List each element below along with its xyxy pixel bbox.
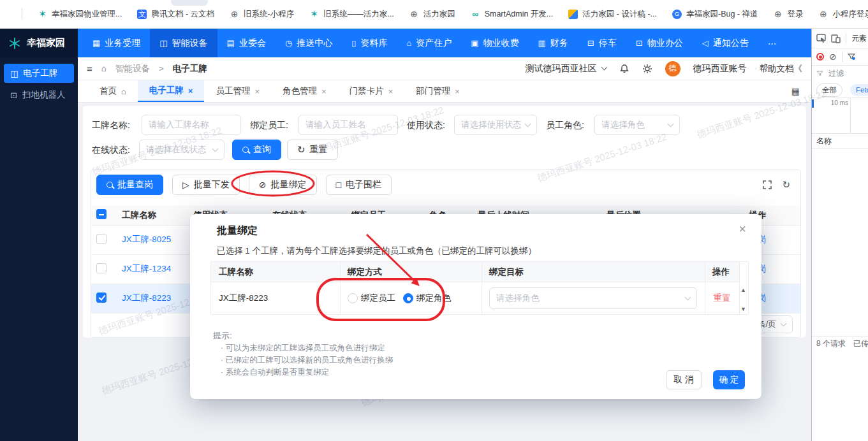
bookmark-item[interactable]: ∞SmartAdmin 开发...: [471, 9, 554, 20]
bind-target-select[interactable]: 请选择角色: [489, 287, 697, 309]
nav-item-assets-residents[interactable]: ⌂资产住户: [397, 29, 461, 57]
nav-item-smart-devices[interactable]: ◫智能设备: [150, 29, 217, 57]
close-icon[interactable]: ×: [455, 87, 460, 96]
nav-item-property-office[interactable]: ⊡物业办公: [626, 29, 693, 57]
refresh-icon[interactable]: ↻: [782, 179, 790, 191]
badge-name-label: 工牌名称:: [92, 115, 130, 135]
tab-home[interactable]: 首页⌂: [88, 80, 138, 102]
bookmark-item[interactable]: G幸福家园-Bug - 禅道: [672, 9, 758, 20]
chip-all[interactable]: 全部: [816, 83, 842, 97]
nav-item-finance[interactable]: ▥财务: [529, 29, 578, 57]
divider: [842, 52, 842, 62]
tabs-grid-icon[interactable]: ▦: [791, 86, 800, 96]
nav-item-business[interactable]: ▦业务受理: [83, 29, 150, 57]
nav-item-library[interactable]: ▯资料库: [342, 29, 397, 57]
account-name[interactable]: 德玛西亚账号: [693, 63, 747, 75]
close-icon[interactable]: ×: [188, 86, 193, 96]
badge-name-link[interactable]: JX工牌-8025: [122, 235, 171, 244]
batch-dispatch-button[interactable]: ▷批量下发: [172, 175, 240, 195]
clock-icon: ◷: [285, 38, 292, 48]
batch-inspect-button[interactable]: 批量查岗: [96, 175, 163, 195]
chip-fetch-xhr[interactable]: Fetch/XHR: [850, 84, 868, 96]
radio-bind-role[interactable]: [403, 293, 413, 303]
bind-col-action: 操作: [705, 262, 739, 282]
tab-e-badge[interactable]: 电子工牌×: [138, 80, 205, 102]
badge-name-link[interactable]: JX工牌-1234: [122, 264, 171, 273]
badge-name-link[interactable]: JX工牌-8223: [122, 293, 171, 303]
bind-employee-input[interactable]: 请输入员工姓名: [298, 115, 398, 135]
globe-favicon-icon: ⊕: [230, 10, 239, 19]
filter-input[interactable]: 过滤: [828, 68, 844, 79]
record-icon[interactable]: [816, 53, 824, 61]
nav-item-push-center[interactable]: ◷推送中心: [276, 29, 342, 57]
radio-label: 绑定员工: [361, 293, 395, 304]
nav-item-parking[interactable]: ⊟停车: [578, 29, 626, 57]
bookmark-item[interactable]: 活力家园 - 设计稿 -...: [568, 9, 657, 20]
row-checkbox[interactable]: [96, 234, 107, 244]
inspect-icon[interactable]: [816, 34, 826, 43]
tab-access-cards[interactable]: 门禁卡片×: [338, 80, 405, 102]
fullscreen-icon[interactable]: [763, 180, 772, 189]
close-icon[interactable]: ×: [321, 87, 327, 96]
bookmark-label: 旧系统——活力家...: [323, 9, 394, 20]
bookmark-label: 小程序登录: [832, 9, 868, 20]
nav-item-announcements[interactable]: ◁通知公告: [693, 29, 758, 57]
close-icon[interactable]: ×: [254, 87, 260, 96]
collapse-menu-icon[interactable]: ≡: [87, 63, 92, 74]
nav-item-more[interactable]: ⋯: [758, 29, 786, 57]
breadcrumb-parent[interactable]: 智能设备: [115, 63, 150, 75]
radio-bind-employee[interactable]: [348, 293, 358, 303]
search-icon: [242, 147, 249, 153]
clear-icon[interactable]: ⊘: [829, 52, 837, 62]
sidebar-item-sweeping-robot[interactable]: ⊡ 扫地机器人: [4, 85, 74, 105]
online-status-select[interactable]: 请选择在线状态: [139, 140, 224, 160]
nav-menu: ▦业务受理 ◫智能设备 ▤业委会 ◷推送中心 ▯资料库 ⌂资产住户 ▣物业收费 …: [83, 29, 786, 57]
row-reset-link[interactable]: 重置: [714, 293, 731, 304]
modal-close-icon[interactable]: ×: [739, 222, 746, 236]
device-toolbar-icon[interactable]: [831, 34, 841, 43]
sidebar-item-e-badge[interactable]: ◫ 电子工牌: [4, 64, 74, 83]
name-column-header[interactable]: 名称: [816, 136, 832, 147]
batch-bind-button[interactable]: ⊘批量绑定: [249, 175, 317, 195]
row-checkbox[interactable]: [96, 293, 107, 303]
scroll-down-icon[interactable]: ▼: [740, 307, 746, 312]
use-status-label: 使用状态:: [407, 115, 445, 135]
employee-role-select[interactable]: 请选择角色: [594, 115, 680, 135]
confirm-button[interactable]: 确 定: [713, 370, 745, 389]
close-icon[interactable]: ×: [388, 87, 394, 96]
reset-button[interactable]: ↻重置: [287, 140, 338, 160]
e-fence-button[interactable]: □电子围栏: [326, 175, 392, 195]
tab-employee-mgmt[interactable]: 员工管理×: [204, 80, 271, 102]
bookmark-label: 活力家园: [423, 9, 455, 20]
cancel-button[interactable]: 取 消: [666, 370, 702, 389]
bookmark-item[interactable]: ⊕小程序登录: [818, 9, 868, 20]
divider: [850, 98, 851, 133]
gear-icon[interactable]: [642, 64, 652, 74]
bell-icon[interactable]: [619, 64, 629, 74]
use-status-select[interactable]: 请选择使用状态: [454, 115, 537, 135]
bookmark-item[interactable]: 文腾讯文档 - 云文档: [137, 9, 214, 20]
row-checkbox[interactable]: [96, 263, 107, 273]
bookmark-item[interactable]: ⊕旧系统-小程序: [230, 9, 294, 20]
bookmark-item[interactable]: ⊕活力家园: [409, 9, 455, 20]
bookmark-item[interactable]: ✶旧系统——活力家...: [309, 9, 394, 20]
nav-item-owners-committee[interactable]: ▤业委会: [217, 29, 276, 57]
divider: [812, 148, 868, 148]
home-icon[interactable]: ⌂: [101, 64, 107, 73]
bookmark-item[interactable]: ⊕登录: [773, 9, 803, 20]
tab-dept-mgmt[interactable]: 部门管理×: [404, 80, 471, 102]
badge-name-input[interactable]: 请输入工牌名称: [142, 115, 241, 135]
select-all-checkbox[interactable]: [96, 209, 107, 219]
network-toolbar: ⊘: [812, 48, 868, 65]
app-logo[interactable]: 幸福家园: [0, 29, 78, 57]
tab-role-mgmt[interactable]: 角色管理×: [271, 80, 338, 102]
avatar[interactable]: 德: [665, 61, 680, 76]
nav-item-property-fees[interactable]: ▣物业收费: [461, 29, 528, 57]
devtools-elements-tab[interactable]: 元素: [851, 33, 867, 44]
query-button[interactable]: 查询: [232, 140, 281, 160]
help-doc-link[interactable]: 帮助文档《: [760, 63, 803, 75]
community-select[interactable]: 测试德玛西亚社区: [526, 63, 607, 75]
bookmark-item[interactable]: ✶幸福家园物业管理...: [38, 9, 122, 20]
scroll-up-icon[interactable]: ▲: [740, 287, 746, 293]
filter-funnel-icon[interactable]: [848, 54, 855, 60]
